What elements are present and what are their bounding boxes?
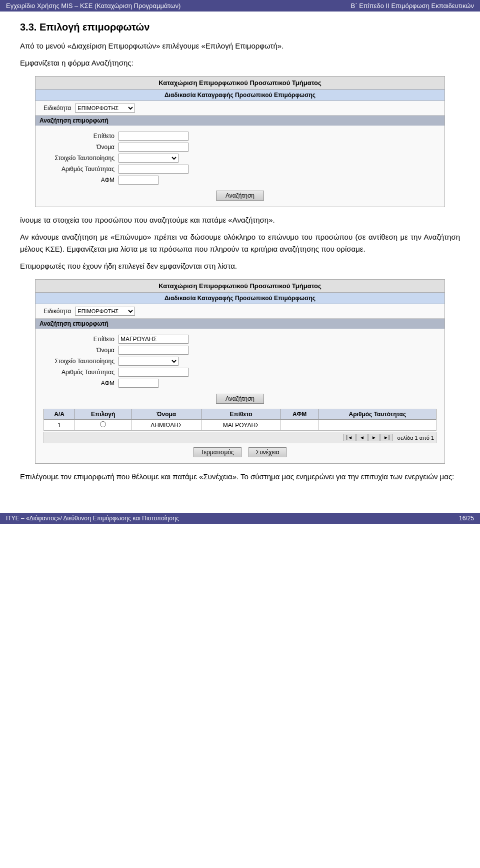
field-label-stoixeio-1: Στοιχείο Ταυτοποίησης — [44, 155, 118, 162]
col-onoma: Όνομα — [132, 409, 202, 420]
search-form-2: Καταχώριση Επιμορφωτικού Προσωπικού Τμήμ… — [35, 279, 445, 464]
page-prev-btn[interactable]: ◄ — [356, 434, 368, 441]
col-epilogi: Επιλογή — [75, 409, 132, 420]
field-label-afm-1: ΑΦΜ — [44, 177, 118, 184]
results-table: Α/Α Επιλογή Όνομα Επίθετο ΑΦΜ Αριθμός Τα… — [44, 409, 436, 431]
search-form-1: Καταχώριση Επιμορφωτικού Προσωπικού Τμήμ… — [35, 76, 445, 207]
field-label-stoixeio-2: Στοιχείο Ταυτοποίησης — [44, 358, 118, 365]
intro-para: Από το μενού «Διαχείριση Επιμορφωτών» επ… — [20, 40, 460, 52]
input-arithmos-2[interactable] — [118, 368, 188, 377]
page-first-btn[interactable]: |◄ — [344, 434, 356, 441]
para2: ίνουμε τα στοιχεία του προσώπου που αναζ… — [20, 214, 460, 226]
cell-onoma: ΔΗΜΙΩΛΗΣ — [132, 420, 202, 431]
terminate-button[interactable]: Τερματισμός — [194, 447, 242, 457]
input-onoma-1[interactable] — [118, 143, 188, 152]
eidikotita-label-2: Ειδικότητα — [44, 308, 71, 315]
field-label-onoma-2: Όνομα — [44, 347, 118, 354]
cell-afm — [280, 420, 318, 431]
page-content: 3.3. Επιλογή επιμορφωτών Από το μενού «Δ… — [0, 12, 480, 503]
col-epitheto: Επίθετο — [202, 409, 280, 420]
field-row-stoixeio-1: Στοιχείο Ταυτοποίησης — [44, 154, 436, 163]
search-button-1[interactable]: Αναζήτηση — [216, 191, 264, 201]
action-buttons: Τερματισμός Συνέχεια — [44, 447, 436, 457]
header-bar: Εγχειρίδιο Χρήσης MIS – ΚΣΕ (Καταχώριση … — [0, 0, 480, 12]
para5: Επιλέγουμε τον επιμορφωτή που θέλουμε κα… — [20, 471, 460, 483]
form1-header: Καταχώριση Επιμορφωτικού Προσωπικού Τμήμ… — [36, 77, 444, 90]
cell-epitheto: ΜΑΓΡΟΥΔΗΣ — [202, 420, 280, 431]
input-arithmos-1[interactable] — [118, 165, 188, 174]
eidikotita-row-2: Ειδικότητα ΕΠΙΜΟΡΦΩΤΗΣ — [36, 304, 444, 319]
search-section-label-2: Αναζήτηση επιμορφωτή — [36, 319, 444, 329]
form2-subheader: Διαδικασία Καταγραφής Προσωπικού Επιμόρφ… — [36, 293, 444, 304]
form2-header: Καταχώριση Επιμορφωτικού Προσωπικού Τμήμ… — [36, 280, 444, 293]
form1-subheader: Διαδικασία Καταγραφής Προσωπικού Επιμόρφ… — [36, 90, 444, 101]
form1-body: Επίθετο Όνομα Στοιχείο Ταυτοποίησης Αριθ… — [36, 126, 444, 207]
footer-bar: ΙΤΥΕ – «Διόφαντος»/ Διεύθυνση Επιμόρφωση… — [0, 513, 480, 524]
eidikotita-select-2[interactable]: ΕΠΙΜΟΡΦΩΤΗΣ — [75, 307, 135, 316]
search-section-label-1: Αναζήτηση επιμορφωτή — [36, 116, 444, 126]
cell-epilogi[interactable] — [75, 420, 132, 431]
page-last-btn[interactable]: ►| — [380, 434, 393, 441]
cell-ar-taut — [318, 420, 436, 431]
para1: Εμφανίζεται η φόρμα Αναζήτησης: — [20, 57, 460, 69]
footer-left: ΙΤΥΕ – «Διόφαντος»/ Διεύθυνση Επιμόρφωση… — [6, 515, 179, 522]
field-row-stoixeio-2: Στοιχείο Ταυτοποίησης — [44, 357, 436, 366]
field-row-epitheto-2: Επίθετο — [44, 335, 436, 344]
field-row-onoma-1: Όνομα — [44, 143, 436, 152]
field-label-arithmos-1: Αριθμός Ταυτότητας — [44, 166, 118, 173]
col-ar-taut: Αριθμός Ταυτότητας — [318, 409, 436, 420]
input-afm-2[interactable] — [118, 379, 158, 388]
col-afm: ΑΦΜ — [280, 409, 318, 420]
field-row-onoma-2: Όνομα — [44, 346, 436, 355]
page-next-btn[interactable]: ► — [368, 434, 380, 441]
select-stoixeio-2[interactable] — [118, 357, 178, 366]
footer-right: 16/25 — [459, 515, 474, 522]
eidikotita-row-1: Ειδικότητα ΕΠΙΜΟΡΦΩΤΗΣ — [36, 101, 444, 116]
pagination-bar: |◄ ◄ ► ►| σελίδα 1 από 1 — [44, 432, 436, 443]
field-label-onoma-1: Όνομα — [44, 144, 118, 151]
pagination-info: σελίδα 1 από 1 — [397, 435, 434, 441]
field-row-afm-2: ΑΦΜ — [44, 379, 436, 388]
field-row-arithmos-1: Αριθμός Ταυτότητας — [44, 165, 436, 174]
col-aa: Α/Α — [44, 409, 75, 420]
input-onoma-2[interactable] — [118, 346, 188, 355]
select-stoixeio-1[interactable] — [118, 154, 178, 163]
field-label-afm-2: ΑΦΜ — [44, 380, 118, 387]
input-afm-1[interactable] — [118, 176, 158, 185]
field-row-arithmos-2: Αριθμός Ταυτότητας — [44, 368, 436, 377]
eidikotita-select-1[interactable]: ΕΠΙΜΟΡΦΩΤΗΣ — [75, 104, 135, 113]
field-label-arithmos-2: Αριθμός Ταυτότητας — [44, 369, 118, 376]
input-epitheto-2[interactable] — [118, 335, 188, 344]
header-left: Εγχειρίδιο Χρήσης MIS – ΚΣΕ (Καταχώριση … — [6, 2, 180, 10]
field-label-epitheto-1: Επίθετο — [44, 133, 118, 140]
table-row: 1 ΔΗΜΙΩΛΗΣ ΜΑΓΡΟΥΔΗΣ — [44, 420, 436, 431]
cell-aa: 1 — [44, 420, 75, 431]
field-row-afm-1: ΑΦΜ — [44, 176, 436, 185]
input-epitheto-1[interactable] — [118, 132, 188, 141]
field-label-epitheto-2: Επίθετο — [44, 336, 118, 343]
continue-button[interactable]: Συνέχεια — [248, 447, 287, 457]
eidikotita-label-1: Ειδικότητα — [44, 105, 71, 112]
para4: Επιμορφωτές που έχουν ήδη επιλεγεί δεν ε… — [20, 260, 460, 272]
para3: Αν κάνουμε αναζήτηση με «Επώνυμο» πρέπει… — [20, 231, 460, 255]
section-title: 3.3. Επιλογή επιμορφωτών — [20, 22, 460, 33]
radio-select[interactable] — [100, 421, 106, 427]
field-row-epitheto-1: Επίθετο — [44, 132, 436, 141]
search-button-2[interactable]: Αναζήτηση — [216, 394, 264, 404]
header-right: Β΄ Επίπεδο ΙΙ Επιμόρφωση Εκπαιδευτικών — [351, 2, 474, 10]
form2-body: Επίθετο Όνομα Στοιχείο Ταυτοποίησης Αριθ… — [36, 329, 444, 463]
